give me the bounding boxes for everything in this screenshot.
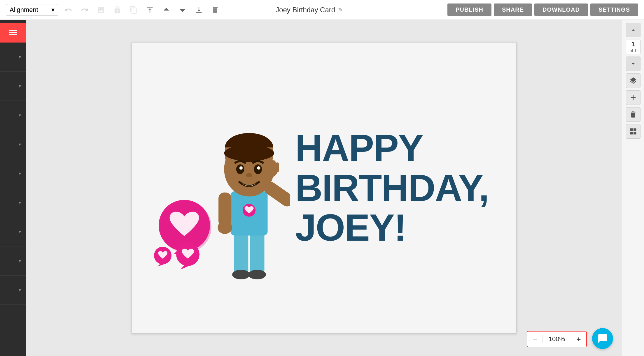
add-page-button[interactable] [626,90,640,105]
left-sidebar: ▾ ▾ ▾ ▾ ▾ ▾ ▾ ▾ ▾ [0,20,26,356]
move-down-button[interactable] [176,3,189,16]
svg-point-23 [224,145,274,161]
publish-button[interactable]: PUBLISH [447,3,491,16]
chevron-down-icon: ▾ [51,6,55,14]
birthday-line1: HAPPY [295,128,499,168]
sidebar-menu-button[interactable] [0,23,26,43]
chevron-icon-9: ▾ [19,287,21,293]
page-nav-down-button[interactable] [626,57,640,71]
birthday-line3: JOEY! [295,208,499,248]
page-nav-up-button[interactable] [626,23,640,37]
zoom-controls: − 100% + [527,331,587,347]
chevron-icon-7: ▾ [19,229,21,235]
sidebar-item-7[interactable]: ▾ [0,217,26,246]
edit-title-icon[interactable]: ✎ [338,6,343,13]
page-indicator: 1 of 1 [626,40,640,54]
chevron-icon-5: ▾ [19,171,21,176]
svg-point-10 [248,270,266,279]
delete-page-button[interactable] [626,107,640,122]
doc-title: Joey Birthday Card [276,6,335,14]
svg-rect-8 [250,230,265,274]
sidebar-item-8[interactable]: ▾ [0,246,26,276]
card-text: HAPPY BIRTHDAY, JOEY! [295,128,499,248]
grid-view-button[interactable] [626,124,640,139]
chevron-icon-3: ▾ [19,112,21,118]
move-top-button[interactable] [144,3,156,16]
chevron-icon-8: ▾ [19,258,21,264]
layers-button[interactable] [626,73,640,88]
sidebar-item-5[interactable]: ▾ [0,159,26,188]
svg-point-27 [257,166,260,170]
small-left-bubble-svg [152,246,173,267]
copy-button[interactable] [127,3,140,16]
share-button[interactable]: SHARE [494,3,532,16]
header-actions: PUBLISH SHARE DOWNLOAD SETTINGS [447,3,638,16]
chevron-icon-2: ▾ [19,83,21,89]
svg-point-9 [232,270,250,279]
svg-point-26 [239,166,243,170]
sidebar-item-4[interactable]: ▾ [0,130,26,159]
svg-marker-6 [181,265,189,269]
canvas-area: HAPPY BIRTHDAY, JOEY! − 100% + [26,20,622,356]
svg-point-19 [218,221,232,234]
sidebar-item-3[interactable]: ▾ [0,101,26,130]
page-number: 1 [631,40,635,48]
bubbles-group [155,200,214,255]
settings-button[interactable]: SETTINGS [590,3,638,16]
birthday-line2: BIRTHDAY, [295,168,499,208]
character-illustration [208,121,290,290]
zoom-out-button[interactable]: − [527,332,542,347]
move-bottom-button[interactable] [192,3,205,16]
image-button[interactable] [94,3,107,16]
small-right-bubble-svg [174,242,202,269]
svg-marker-4 [158,264,164,267]
alignment-label: Alignment [10,6,38,14]
sidebar-item-6[interactable]: ▾ [0,188,26,217]
toolbar: Alignment ▾ Joey Birthday Card ✎ PUBLISH… [0,0,644,20]
right-panel: 1 of 1 [622,20,644,356]
delete-button[interactable] [209,3,222,16]
redo-button[interactable] [78,3,91,16]
zoom-in-button[interactable]: + [571,332,586,347]
svg-rect-18 [276,162,279,172]
undo-button[interactable] [62,3,75,16]
download-button[interactable]: DOWNLOAD [534,3,588,16]
move-up-button[interactable] [160,3,173,16]
main-area: ▾ ▾ ▾ ▾ ▾ ▾ ▾ ▾ ▾ [0,20,644,356]
sidebar-item-2[interactable]: ▾ [0,72,26,101]
svg-point-28 [246,173,252,177]
card-content: HAPPY BIRTHDAY, JOEY! [132,43,516,333]
sidebar-item-9[interactable]: ▾ [0,276,26,305]
svg-rect-7 [234,230,249,274]
sidebar-item-1[interactable]: ▾ [0,43,26,72]
card-left [149,86,284,290]
zoom-value: 100% [542,335,571,343]
chevron-icon-6: ▾ [19,200,21,205]
chat-fab-button[interactable] [592,328,613,349]
alignment-dropdown[interactable]: Alignment ▾ [6,4,58,16]
chevron-icon-1: ▾ [19,54,21,60]
canvas-wrapper: HAPPY BIRTHDAY, JOEY! [132,42,517,334]
lock-button[interactable] [111,3,124,16]
doc-title-area: Joey Birthday Card ✎ [276,6,343,14]
chevron-icon-4: ▾ [19,142,21,147]
page-of: of 1 [630,48,636,53]
